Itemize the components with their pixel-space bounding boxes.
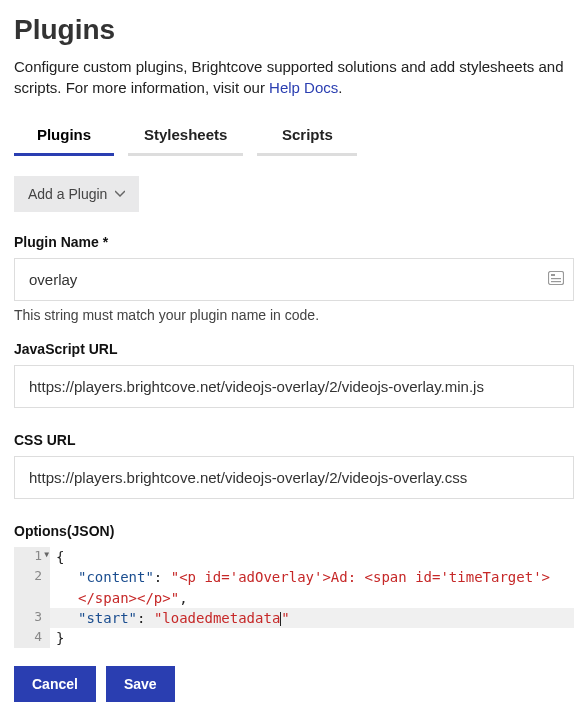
code-token: "content" — [78, 569, 154, 585]
tabs-nav: Plugins Stylesheets Scripts — [14, 118, 574, 156]
tab-plugins[interactable]: Plugins — [14, 118, 114, 156]
code-token: } — [56, 630, 64, 646]
help-docs-link[interactable]: Help Docs — [269, 79, 338, 96]
options-json-label: Options(JSON) — [14, 523, 574, 539]
line-number: 4 — [14, 628, 50, 648]
svg-rect-3 — [551, 281, 561, 282]
save-button[interactable]: Save — [106, 666, 175, 702]
js-url-input[interactable] — [14, 365, 574, 408]
code-token: , — [179, 590, 187, 606]
svg-rect-1 — [551, 274, 555, 276]
js-url-label: JavaScript URL — [14, 341, 574, 357]
code-token: "start" — [78, 610, 137, 626]
code-token: : — [154, 569, 171, 585]
fold-icon[interactable]: ▼ — [44, 549, 49, 561]
tab-scripts[interactable]: Scripts — [257, 118, 357, 156]
css-url-input[interactable] — [14, 456, 574, 499]
tab-stylesheets[interactable]: Stylesheets — [128, 118, 243, 156]
code-token: { — [56, 549, 64, 565]
cancel-button[interactable]: Cancel — [14, 666, 96, 702]
page-title: Plugins — [14, 14, 574, 46]
chevron-down-icon — [115, 189, 125, 199]
add-plugin-label: Add a Plugin — [28, 186, 107, 202]
json-editor[interactable]: 1▼ { 2 "content": "<p id='adOverlay'>Ad:… — [14, 547, 574, 648]
subtitle-suffix: . — [338, 79, 342, 96]
line-number: 1▼ — [14, 547, 50, 567]
svg-rect-2 — [551, 278, 561, 279]
plugin-name-input[interactable] — [14, 258, 574, 301]
code-token: "loadedmetadata — [154, 610, 280, 626]
add-plugin-button[interactable]: Add a Plugin — [14, 176, 139, 212]
css-url-label: CSS URL — [14, 432, 574, 448]
line-number: 2 — [14, 567, 50, 608]
line-number: 3 — [14, 608, 50, 628]
plugin-name-label: Plugin Name * — [14, 234, 574, 250]
autofill-icon — [548, 271, 564, 289]
code-token: " — [281, 610, 289, 626]
plugin-name-helper: This string must match your plugin name … — [14, 307, 574, 323]
code-token: : — [137, 610, 154, 626]
page-subtitle: Configure custom plugins, Brightcove sup… — [14, 56, 574, 98]
